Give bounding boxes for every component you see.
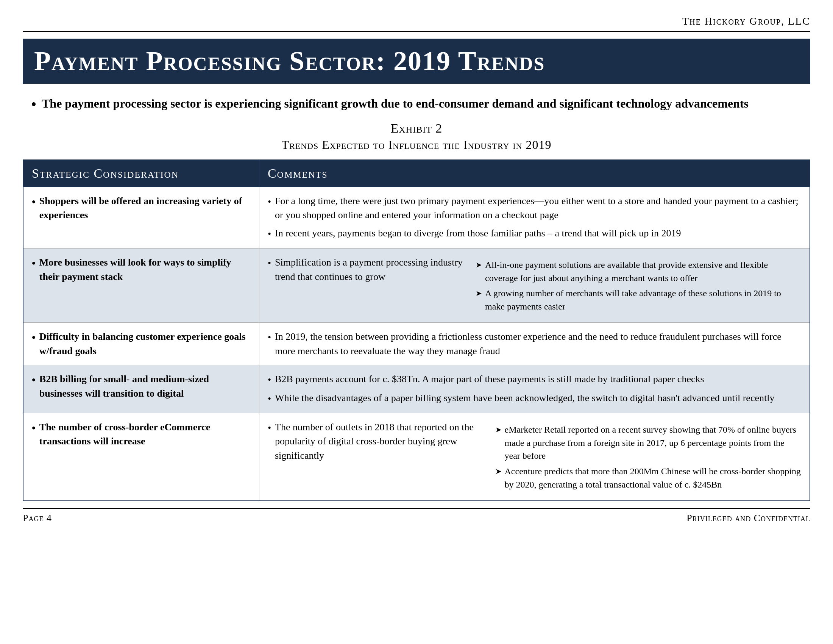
table-row: Difficulty in balancing customer experie… [23,323,810,365]
trends-table: Strategic Consideration Comments Shopper… [23,159,810,501]
comment-list: B2B payments account for c. $38Tn. A maj… [268,372,801,406]
comment-item: In 2019, the tension between providing a… [268,330,801,358]
exhibit-title: Exhibit 2 [23,121,810,135]
comment-list: Simplification is a payment processing i… [268,255,801,316]
comment-text: B2B payments account for c. $38Tn. A maj… [275,372,704,386]
strategic-text: More businesses will look for ways to si… [32,255,251,284]
sub-item: A growing number of merchants will take … [476,287,801,313]
table-row: The number of cross-border eCommerce tra… [23,413,810,501]
strategic-text: Shoppers will be offered an increasing v… [32,194,251,222]
sub-item: All-in-one payment solutions are availab… [476,258,801,285]
comment-list: The number of outlets in 2018 that repor… [268,420,801,494]
comment-cell: The number of outlets in 2018 that repor… [259,413,810,501]
company-name: The Hickory Group, LLC [23,15,810,32]
comment-item: In recent years, payments began to diver… [268,226,801,242]
col2-header-text: Comments [268,166,328,180]
comment-cell: Simplification is a payment processing i… [259,248,810,322]
comment-text: The number of outlets in 2018 that repor… [275,420,488,463]
comment-item: B2B payments account for c. $38Tn. A maj… [268,372,801,387]
col1-header: Strategic Consideration [23,160,259,187]
comment-text: For a long time, there were just two pri… [275,194,801,222]
main-title: Payment Processing Sector: 2019 Trends [23,39,810,84]
comment-list: For a long time, there were just two pri… [268,194,801,242]
table-row: More businesses will look for ways to si… [23,248,810,322]
strategic-cell: More businesses will look for ways to si… [23,248,259,322]
strategic-cell: B2B billing for small- and medium-sized … [23,365,259,413]
footer-confidential: Privileged and Confidential [687,512,810,524]
company-label: The Hickory Group, LLC [682,15,810,27]
exhibit-title-text: Exhibit 2 [391,121,442,135]
comment-item: For a long time, there were just two pri… [268,194,801,222]
intro-bullet-text: The payment processing sector is experie… [42,97,749,110]
col2-header: Comments [259,160,810,187]
strategic-text: Difficulty in balancing customer experie… [32,330,251,358]
strategic-text: B2B billing for small- and medium-sized … [32,372,251,401]
table-row: Shoppers will be offered an increasing v… [23,187,810,248]
col1-header-text: Strategic Consideration [32,166,179,180]
comment-cell: B2B payments account for c. $38Tn. A maj… [259,365,810,413]
sub-list: eMarketer Retail reported on a recent su… [492,423,801,494]
table-header-row: Strategic Consideration Comments [23,160,810,187]
sub-list: All-in-one payment solutions are availab… [472,258,801,316]
exhibit-subtitle-text: Trends Expected to Influence the Industr… [281,138,551,151]
strategic-cell: Difficulty in balancing customer experie… [23,323,259,365]
comment-item: While the disadvantages of a paper billi… [268,391,801,406]
table-row: B2B billing for small- and medium-sized … [23,365,810,413]
comment-item: The number of outlets in 2018 that repor… [268,420,801,494]
intro-bullets: The payment processing sector is experie… [23,95,810,112]
intro-bullet-1: The payment processing sector is experie… [42,95,807,112]
strategic-cell: Shoppers will be offered an increasing v… [23,187,259,248]
table-body: Shoppers will be offered an increasing v… [23,187,810,501]
strategic-cell: The number of cross-border eCommerce tra… [23,413,259,501]
exhibit-subtitle: Trends Expected to Influence the Industr… [23,138,810,152]
strategic-text: The number of cross-border eCommerce tra… [32,420,251,449]
comment-item: Simplification is a payment processing i… [268,255,801,316]
footer: Page 4 Privileged and Confidential [23,508,810,524]
title-text: Payment Processing Sector: 2019 Trends [34,46,545,76]
comment-text: In 2019, the tension between providing a… [275,330,801,358]
comment-text: While the disadvantages of a paper billi… [275,391,774,405]
sub-item: Accenture predicts that more than 200Mm … [495,465,801,491]
sub-item: eMarketer Retail reported on a recent su… [495,423,801,462]
comment-cell: In 2019, the tension between providing a… [259,323,810,365]
comment-list: In 2019, the tension between providing a… [268,330,801,358]
comment-cell: For a long time, there were just two pri… [259,187,810,248]
comment-text: In recent years, payments began to diver… [275,226,681,241]
comment-text: Simplification is a payment processing i… [275,255,468,284]
footer-page: Page 4 [23,512,52,524]
